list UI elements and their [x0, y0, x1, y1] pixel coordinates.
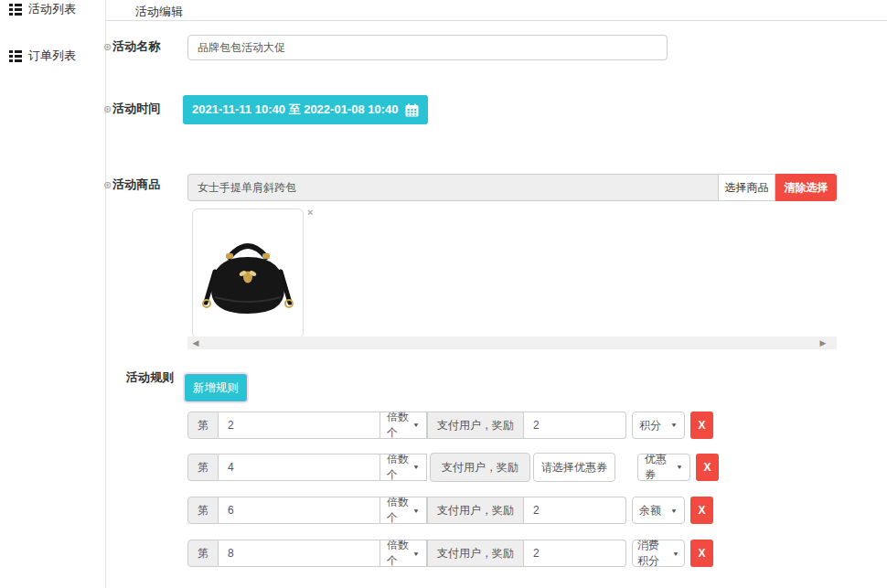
- reward-type-select[interactable]: 积分 ▼: [632, 412, 685, 439]
- rule-prefix: 第: [187, 540, 219, 567]
- reward-type-select[interactable]: 消费积分 ▼: [632, 540, 685, 567]
- multiplier-select[interactable]: 倍数个 ▼: [379, 497, 427, 524]
- tab-bar: 活动编辑: [106, 0, 887, 21]
- rule-count-input[interactable]: [219, 497, 379, 524]
- caret-down-icon: ▼: [672, 550, 679, 556]
- list-icon: [9, 3, 22, 16]
- calendar-icon: [405, 103, 419, 117]
- list-icon: [9, 49, 22, 62]
- reward-type-select[interactable]: 余额 ▼: [632, 497, 685, 524]
- reward-label: 支付用户，奖励: [427, 497, 524, 524]
- sidebar-item-label: 订单列表: [28, 48, 76, 64]
- horizontal-scrollbar[interactable]: ◀ ▶: [187, 337, 837, 349]
- activity-product-label: ⊛活动商品: [103, 176, 160, 193]
- delete-rule-button[interactable]: X: [696, 454, 719, 481]
- caret-down-icon: ▼: [670, 507, 678, 513]
- delete-rule-button[interactable]: X: [690, 497, 713, 524]
- date-range-text: 2021-11-11 10:40 至 2022-01-08 10:40: [192, 102, 399, 118]
- caret-down-icon: ▼: [676, 464, 683, 470]
- activity-name-label: ⊛活动名称: [103, 38, 160, 55]
- caret-down-icon: ▼: [412, 507, 420, 513]
- clear-selection-button[interactable]: 清除选择: [775, 174, 837, 201]
- rule-row: 第 倍数个 ▼ 支付用户，奖励 请选择优惠券 优惠券 ▼ X: [187, 452, 719, 483]
- required-mark-icon: ⊛: [103, 179, 112, 190]
- rule-prefix: 第: [187, 454, 219, 481]
- scroll-left-icon[interactable]: ◀: [189, 337, 202, 349]
- product-group: 女士手提单肩斜跨包 选择商品 清除选择: [187, 174, 837, 201]
- caret-down-icon: ▼: [412, 422, 420, 428]
- product-card: [192, 208, 304, 338]
- activity-rules-label: 活动规则: [126, 369, 174, 386]
- rule-prefix: 第: [187, 412, 219, 439]
- activity-name-input[interactable]: [187, 35, 668, 60]
- rule-count-input[interactable]: [219, 412, 379, 439]
- reward-value-input[interactable]: [524, 497, 626, 524]
- sidebar-item-order-list[interactable]: 订单列表: [9, 48, 76, 64]
- reward-label: 支付用户，奖励: [427, 412, 524, 439]
- caret-down-icon: ▼: [670, 422, 678, 428]
- reward-label-button[interactable]: 支付用户，奖励: [430, 453, 530, 482]
- add-rule-button[interactable]: 新增规则: [185, 374, 247, 401]
- sidebar-item-activity-list[interactable]: 活动列表: [9, 1, 76, 17]
- rule-count-input[interactable]: [219, 540, 379, 567]
- handbag-image: [200, 219, 295, 328]
- tab-activity-edit[interactable]: 活动编辑: [135, 4, 183, 20]
- product-name-field[interactable]: 女士手提单肩斜跨包: [187, 174, 718, 201]
- activity-time-label: ⊛活动时间: [103, 101, 160, 117]
- sidebar-item-label: 活动列表: [28, 1, 76, 17]
- multiplier-select[interactable]: 倍数个 ▼: [379, 412, 427, 439]
- reward-value-input[interactable]: [524, 412, 626, 439]
- scroll-right-icon[interactable]: ▶: [817, 337, 829, 349]
- choose-coupon-button[interactable]: 请选择优惠券: [533, 453, 615, 482]
- reward-value-input[interactable]: [524, 540, 626, 567]
- select-product-button[interactable]: 选择商品: [718, 174, 775, 201]
- multiplier-select[interactable]: 倍数个 ▼: [379, 454, 427, 481]
- multiplier-select[interactable]: 倍数个 ▼: [379, 540, 427, 567]
- rule-prefix: 第: [187, 497, 219, 524]
- required-mark-icon: ⊛: [103, 103, 112, 114]
- delete-rule-button[interactable]: X: [690, 412, 713, 439]
- date-range-button[interactable]: 2021-11-11 10:40 至 2022-01-08 10:40: [183, 95, 428, 124]
- rule-count-input[interactable]: [219, 454, 379, 481]
- caret-down-icon: ▼: [412, 464, 420, 470]
- rule-row: 第 倍数个 ▼ 支付用户，奖励 积分 ▼ X: [187, 412, 713, 439]
- required-mark-icon: ⊛: [103, 41, 112, 52]
- activity-edit-page: 活动列表 订单列表 活动编辑 ⊛活动名称 ⊛活动时间 2021-11-11 10…: [0, 0, 887, 588]
- rule-row: 第 倍数个 ▼ 支付用户，奖励 消费积分 ▼ X: [187, 540, 713, 567]
- rule-row: 第 倍数个 ▼ 支付用户，奖励 余额 ▼ X: [187, 497, 713, 524]
- delete-rule-button[interactable]: X: [690, 540, 713, 567]
- reward-label: 支付用户，奖励: [427, 540, 524, 567]
- sidebar: 活动列表 订单列表: [0, 0, 106, 588]
- reward-type-select[interactable]: 优惠券 ▼: [637, 454, 690, 481]
- remove-product-icon[interactable]: ×: [307, 207, 313, 218]
- caret-down-icon: ▼: [412, 550, 420, 556]
